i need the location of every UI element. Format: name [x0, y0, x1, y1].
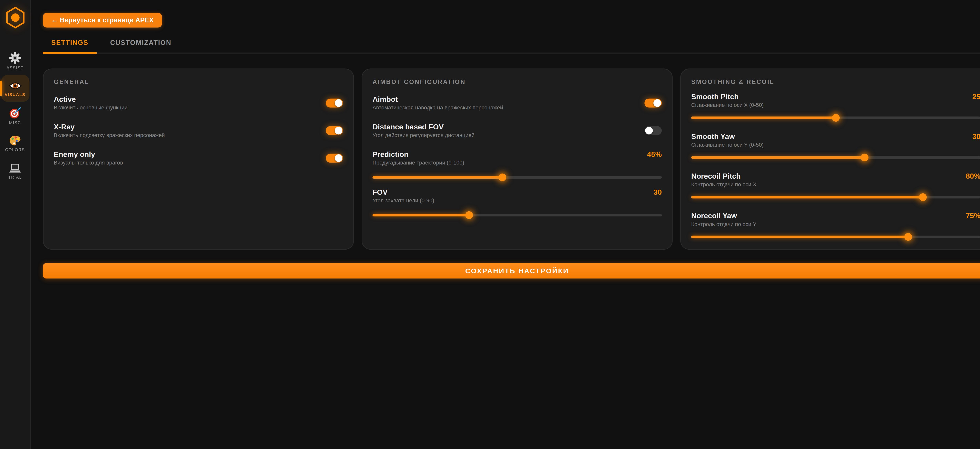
panel-general: GENERAL Active Включить основные функции… — [43, 68, 354, 250]
active-indicator — [0, 81, 2, 96]
row-label: Distance based FOV — [372, 123, 474, 131]
slider-row-norecoil-yaw: Norecoil Yaw 75% Контроль отдачи по оси … — [691, 212, 980, 241]
panel-smoothing-recoil: SMOOTHING & RECOIL Smooth Pitch 25 Сглаж… — [680, 68, 980, 250]
toggle-row-xray: X-Ray Включить подсветку вражеских персо… — [54, 123, 343, 138]
panels-grid: GENERAL Active Включить основные функции… — [43, 68, 980, 250]
slider-knob[interactable] — [904, 233, 912, 241]
panel-title: AIMBOT CONFIGURATION — [372, 78, 662, 85]
row-label: Norecoil Yaw — [691, 212, 737, 220]
toggle-knob — [335, 99, 342, 107]
row-label: Aimbot — [372, 96, 503, 104]
toggle-distance-fov[interactable] — [644, 126, 662, 135]
panel-title: GENERAL — [54, 78, 343, 85]
row-label: X-Ray — [54, 123, 165, 131]
app-window: ASSIST VISUALS — [0, 0, 980, 449]
slider-value: 30 — [972, 132, 980, 140]
panel-aimbot: AIMBOT CONFIGURATION Aimbot Автоматическ… — [362, 68, 673, 250]
back-to-apex-button[interactable]: ← Вернуться к странице APEX — [43, 13, 162, 27]
toggle-aimbot[interactable] — [644, 99, 662, 108]
slider-fill — [691, 196, 923, 198]
sidebar-nav: ASSIST VISUALS — [0, 48, 30, 185]
row-label: Smooth Yaw — [691, 132, 735, 141]
toggle-knob — [335, 127, 342, 134]
sidebar-item-colors[interactable]: COLORS — [1, 130, 29, 157]
slider-row-norecoil-pitch: Norecoil Pitch 80% Контроль отдачи по ос… — [691, 172, 980, 201]
toggle-knob — [335, 154, 342, 162]
tab-settings[interactable]: SETTINGS — [43, 38, 97, 54]
hexagon-logo-icon — [5, 6, 25, 29]
row-description: Включить подсветку вражеских персонажей — [54, 132, 165, 138]
slider-value: 30 — [654, 188, 662, 196]
sidebar-item-label: TRIAL — [8, 175, 22, 179]
slider-knob[interactable] — [499, 174, 506, 181]
tab-customization[interactable]: CUSTOMIZATION — [102, 38, 180, 54]
slider-smooth-yaw[interactable] — [691, 154, 980, 161]
toggle-row-distance-fov: Distance based FOV Угол действия регулир… — [372, 123, 662, 138]
row-description: Визуалы только для врагов — [54, 160, 123, 166]
laptop-icon — [9, 163, 21, 173]
row-label: Enemy only — [54, 150, 123, 159]
slider-fill — [691, 236, 908, 238]
row-description: Угол действия регулируется дистанцией — [372, 132, 474, 138]
row-description: Угол захвата цели (0-90) — [372, 198, 662, 204]
sidebar-item-label: VISUALS — [5, 92, 25, 97]
row-label: Active — [54, 96, 127, 104]
row-description: Предугадывание траектории (0-100) — [372, 160, 662, 166]
save-settings-button[interactable]: СОХРАНИТЬ НАСТРОЙКИ — [43, 263, 980, 279]
slider-row-prediction: Prediction 45% Предугадывание траектории… — [372, 150, 662, 181]
slider-fov[interactable] — [372, 211, 662, 219]
toggle-row-active: Active Включить основные функции — [54, 96, 343, 111]
app-logo[interactable] — [5, 6, 25, 31]
palette-icon — [9, 135, 21, 146]
row-description: Сглаживание по оси X (0-50) — [691, 102, 980, 108]
target-icon — [9, 107, 21, 119]
sidebar-item-assist[interactable]: ASSIST — [1, 48, 29, 74]
slider-fill — [372, 214, 469, 217]
slider-fill — [691, 156, 865, 159]
row-description: Автоматическая наводка на вражеских перс… — [372, 105, 503, 111]
row-description: Контроль отдачи по оси X — [691, 182, 980, 188]
sidebar-item-label: ASSIST — [6, 65, 24, 70]
sidebar-item-label: COLORS — [5, 147, 25, 152]
toggle-active[interactable] — [326, 99, 343, 108]
panel-title: SMOOTHING & RECOIL — [691, 78, 980, 85]
slider-knob[interactable] — [832, 114, 840, 121]
toggle-enemy-only[interactable] — [326, 154, 343, 163]
toggle-row-enemy-only: Enemy only Визуалы только для врагов — [54, 150, 343, 166]
slider-norecoil-yaw[interactable] — [691, 233, 980, 241]
eye-icon — [9, 80, 21, 91]
row-label: Prediction — [372, 150, 409, 159]
toggle-xray[interactable] — [326, 126, 343, 135]
slider-knob[interactable] — [919, 193, 926, 201]
slider-fill — [372, 176, 503, 178]
row-label: Smooth Pitch — [691, 93, 739, 101]
row-description: Сглаживание по оси Y (0-50) — [691, 142, 980, 148]
tab-bar: SETTINGS CUSTOMIZATION — [43, 38, 980, 54]
sidebar-item-label: MISC — [9, 120, 21, 125]
slider-row-smooth-pitch: Smooth Pitch 25 Сглаживание по оси X (0-… — [691, 93, 980, 121]
slider-smooth-pitch[interactable] — [691, 114, 980, 121]
slider-row-fov: FOV 30 Угол захвата цели (0-90) — [372, 188, 662, 219]
sidebar-item-misc[interactable]: MISC — [1, 102, 29, 129]
slider-fill — [691, 116, 836, 119]
slider-prediction[interactable] — [372, 174, 662, 181]
gear-icon — [9, 52, 21, 64]
row-description: Включить основные функции — [54, 105, 127, 111]
slider-row-smooth-yaw: Smooth Yaw 30 Сглаживание по оси Y (0-50… — [691, 132, 980, 161]
toggle-row-aimbot: Aimbot Автоматическая наводка на вражеск… — [372, 96, 662, 111]
slider-value: 25 — [972, 93, 980, 100]
main-content: ← Вернуться к странице APEX SETTINGS CUS… — [31, 0, 980, 449]
row-label: Norecoil Pitch — [691, 172, 741, 180]
toggle-knob — [645, 127, 653, 134]
slider-knob[interactable] — [465, 211, 473, 219]
sidebar-item-visuals[interactable]: VISUALS — [1, 75, 29, 102]
slider-knob[interactable] — [861, 154, 869, 161]
slider-value: 80% — [966, 172, 980, 180]
row-label: FOV — [372, 188, 388, 196]
sidebar: ASSIST VISUALS — [0, 0, 31, 449]
slider-value: 45% — [647, 150, 662, 158]
row-description: Контроль отдачи по оси Y — [691, 221, 980, 227]
sidebar-item-trial[interactable]: TRIAL — [1, 158, 29, 184]
slider-value: 75% — [966, 212, 980, 220]
slider-norecoil-pitch[interactable] — [691, 193, 980, 201]
